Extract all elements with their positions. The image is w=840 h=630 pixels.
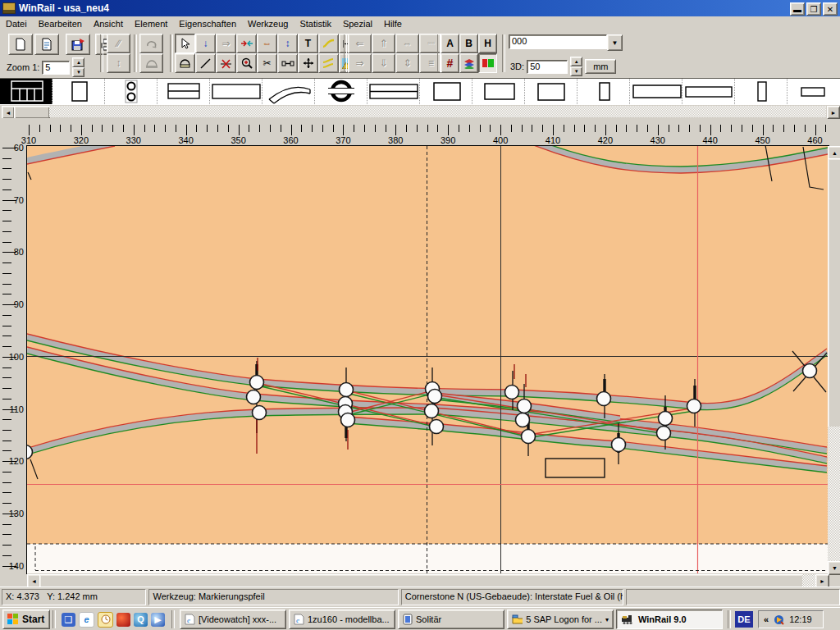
palette-scroll-left-icon[interactable]: ◄	[2, 106, 15, 119]
line-tool[interactable]	[195, 53, 216, 73]
palette-building-selected[interactable]	[0, 79, 52, 104]
insert-element-tool[interactable]: ↓	[195, 34, 216, 53]
palette-item-5[interactable]	[210, 79, 262, 104]
layers-button[interactable]	[459, 53, 478, 73]
rotate-button[interactable]	[139, 34, 163, 53]
bridge-button[interactable]	[139, 53, 163, 73]
tray-app-icon[interactable]	[774, 614, 784, 625]
palette-item-4[interactable]	[158, 79, 210, 104]
quicklaunch-clock-icon[interactable]	[98, 612, 113, 628]
palette-scroll-right-icon[interactable]: ►	[827, 106, 840, 119]
menu-hilfe[interactable]: Hilfe	[378, 18, 408, 30]
selection-arrow-tool[interactable]	[175, 34, 195, 53]
palette-item-12[interactable]	[578, 79, 630, 104]
quicklaunch-opera-icon[interactable]	[116, 613, 130, 627]
palette-item-8[interactable]	[368, 79, 420, 104]
zoom-in-tool[interactable]	[236, 53, 257, 73]
parallel-track-tool[interactable]	[318, 53, 339, 73]
menu-ansicht[interactable]: Ansicht	[88, 18, 129, 30]
menu-spezial[interactable]: Spezial	[337, 18, 378, 30]
taskbar-group-dropdown-icon[interactable]: ▾	[605, 616, 609, 623]
turntable-tool[interactable]	[175, 53, 195, 73]
palette-item-7[interactable]	[315, 79, 368, 104]
taskbar-task-videowatch[interactable]: e [Videowatch] xxx-...	[180, 609, 286, 629]
palette-item-14[interactable]	[682, 79, 735, 104]
vscroll-track[interactable]	[828, 427, 840, 561]
quicklaunch-mediaplayer-icon[interactable]: ▶	[151, 613, 165, 627]
text-tool[interactable]: T	[298, 34, 318, 53]
align-right-button[interactable]: ⇒	[348, 53, 372, 73]
zoom-spin-up-icon[interactable]: ▲	[72, 57, 84, 67]
cut-track-tool[interactable]	[216, 53, 236, 73]
3d-height-input[interactable]: 50	[527, 60, 568, 74]
align-top-button[interactable]: ⇑	[372, 34, 395, 53]
layer-b-button[interactable]: B	[459, 34, 478, 53]
3d-spin-down-icon[interactable]: ▼	[570, 66, 582, 76]
layer-a-button[interactable]: A	[441, 34, 459, 53]
horizontal-scrollbar[interactable]: ◄ ►	[27, 574, 828, 587]
taskbar-task-winrail[interactable]: WinRail 9.0	[616, 609, 723, 629]
join-tracks-tool[interactable]	[236, 34, 257, 53]
track-plan-canvas[interactable]	[27, 146, 828, 573]
title-bar[interactable]: WinRail - usa_neu4 ▬ ❐ ✕	[0, 0, 840, 16]
menu-datei[interactable]: Datei	[0, 18, 33, 30]
stretch-horizontal-tool[interactable]: ⇔	[257, 34, 277, 53]
tray-chevron-icon[interactable]: «	[764, 614, 769, 624]
maximize-button[interactable]: ❐	[806, 2, 821, 16]
draw-parallel-button[interactable]: ∕∕	[107, 34, 130, 53]
zoom-spin-down-icon[interactable]: ▼	[72, 67, 84, 77]
zoom-input[interactable]: 5	[42, 61, 70, 75]
stretch-vertical-tool[interactable]: ↕	[277, 34, 298, 53]
scroll-down-icon[interactable]: ▼	[828, 561, 840, 575]
distribute-horizontal-button[interactable]: ⇔	[395, 34, 419, 53]
hscroll-track[interactable]	[802, 574, 815, 587]
3d-spin-up-icon[interactable]: ▲	[570, 57, 582, 66]
height-layer-button[interactable]: H	[478, 34, 497, 53]
close-button[interactable]: ✕	[823, 2, 838, 16]
save-export-button[interactable]	[66, 34, 90, 55]
grid-toggle-button[interactable]: #	[441, 53, 459, 73]
align-bottom-button[interactable]: ⇓	[372, 53, 395, 73]
zoom-spinner[interactable]: ▲ ▼	[72, 57, 84, 77]
palette-item-13[interactable]	[630, 79, 682, 104]
track-system-combobox[interactable]: 000	[509, 34, 607, 49]
taskbar-task-1zu160[interactable]: e 1zu160 - modellba...	[289, 609, 395, 629]
palette-item-10[interactable]	[472, 79, 525, 104]
color-blocks-button[interactable]	[478, 53, 497, 73]
palette-item-9[interactable]	[420, 79, 472, 104]
menu-eigenschaften[interactable]: Eigenschaften	[173, 18, 242, 30]
menu-element[interactable]: Element	[129, 18, 173, 30]
palette-item-15[interactable]	[735, 79, 788, 104]
palette-item-11[interactable]	[525, 79, 578, 104]
3d-spinner[interactable]: ▲ ▼	[570, 57, 582, 76]
move-tool[interactable]	[298, 53, 318, 73]
align-left-button[interactable]: ⇐	[348, 34, 372, 53]
menu-statistik[interactable]: Statistik	[294, 18, 337, 30]
new-file-button[interactable]	[8, 34, 33, 55]
taskbar-task-sap-group[interactable]: 5 SAP Logon for ... ▾	[507, 609, 614, 629]
quicklaunch-desktop-icon[interactable]: ❑	[62, 613, 75, 627]
minimize-button[interactable]: ▬	[790, 2, 805, 16]
open-file-button[interactable]	[34, 34, 59, 55]
scissors-tool[interactable]: ✂	[257, 53, 277, 73]
palette-item-6[interactable]	[262, 79, 315, 104]
palette-scroll-thumb[interactable]	[14, 106, 50, 119]
distribute-vertical-button[interactable]: ⇕	[395, 53, 419, 73]
combobox-dropdown-icon[interactable]: ▼	[607, 34, 623, 51]
vertical-scrollbar[interactable]: ▲ ▼	[828, 146, 840, 573]
vertical-adjust-button[interactable]: ↕	[107, 53, 130, 73]
menu-werkzeug[interactable]: Werkzeug	[242, 18, 294, 30]
palette-item-3[interactable]	[105, 79, 158, 104]
coupler-tool[interactable]	[277, 53, 298, 73]
palette-item-2[interactable]	[52, 79, 105, 104]
vscroll-thumb[interactable]	[828, 158, 840, 428]
quicklaunch-quicktime-icon[interactable]: Q	[134, 613, 148, 627]
flex-track-tool[interactable]	[318, 34, 339, 53]
palette-scroll-track[interactable]	[49, 106, 826, 117]
redo-connect-tool[interactable]: ⇒	[216, 34, 236, 53]
palette-item-16[interactable]	[788, 79, 839, 104]
tray-clock[interactable]: 12:19	[789, 614, 812, 624]
language-indicator[interactable]: DE	[735, 611, 753, 628]
start-button[interactable]: Start	[2, 609, 50, 629]
unit-mm-button[interactable]: mm	[585, 59, 616, 74]
